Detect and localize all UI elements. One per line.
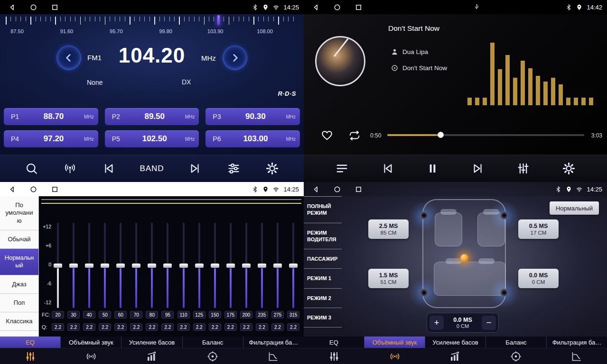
band-button[interactable]: BAND xyxy=(140,164,164,173)
delay-decrease-button[interactable]: − xyxy=(482,316,496,330)
eq-preset-item-5[interactable]: Поп xyxy=(0,294,38,312)
eq-band-slider-125[interactable] xyxy=(195,223,204,308)
preset-button-p1[interactable]: P188.70MHz xyxy=(4,108,98,125)
listening-position-marker[interactable] xyxy=(460,254,468,262)
preset-button-p3[interactable]: P390.30MHz xyxy=(205,108,300,125)
eq-preset-item-3[interactable]: Нормальный xyxy=(0,249,38,275)
slider-handle[interactable] xyxy=(195,264,204,268)
settings-gear-icon[interactable] xyxy=(265,162,279,175)
bass-boost-tab-icon[interactable] xyxy=(121,351,182,362)
slider-handle[interactable] xyxy=(226,264,235,268)
balance-tab-icon[interactable] xyxy=(182,351,243,362)
balance-tab-icon[interactable] xyxy=(486,351,546,362)
eq-band-slider-150[interactable] xyxy=(210,223,220,308)
mode-item-4[interactable]: РЕЖИМ 1 xyxy=(304,269,342,288)
recents-icon[interactable] xyxy=(51,186,58,193)
back-icon[interactable] xyxy=(9,186,16,193)
slider-handle[interactable] xyxy=(54,264,62,268)
mode-item-1[interactable]: ПОЛНЫЙ РЕЖИМ xyxy=(304,197,342,223)
filter-tab-icon[interactable] xyxy=(546,351,607,362)
eq-band-slider-30[interactable] xyxy=(69,223,78,308)
seek-bar-thumb[interactable] xyxy=(438,132,444,138)
filter-tab-icon[interactable] xyxy=(243,351,304,362)
mixer-icon[interactable] xyxy=(516,162,530,175)
back-icon[interactable] xyxy=(312,186,319,193)
profile-button[interactable]: Нормальный xyxy=(550,201,599,215)
home-icon[interactable] xyxy=(334,4,341,11)
recents-icon[interactable] xyxy=(355,186,362,193)
eq-band-slider-20[interactable] xyxy=(53,223,63,308)
mode-item-3[interactable]: ПАССАЖИР xyxy=(304,249,342,269)
mode-item-2[interactable]: РЕЖИМ ВОДИТЕЛЯ xyxy=(304,223,342,250)
eq-band-slider-70[interactable] xyxy=(131,223,141,308)
pause-icon[interactable] xyxy=(426,162,439,175)
next-track-icon[interactable] xyxy=(471,162,485,175)
preset-button-p2[interactable]: P289.50MHz xyxy=(105,108,199,125)
slider-handle[interactable] xyxy=(289,264,298,268)
eq-tab-icon[interactable] xyxy=(0,351,61,362)
slider-handle[interactable] xyxy=(69,264,78,268)
eq-band-slider-60[interactable] xyxy=(116,223,125,308)
back-icon[interactable] xyxy=(9,4,16,11)
settings-gear-icon[interactable] xyxy=(562,162,576,175)
delay-increase-button[interactable]: + xyxy=(430,316,444,330)
eq-band-slider-110[interactable] xyxy=(179,223,188,308)
slider-handle[interactable] xyxy=(148,264,156,268)
broadcast-icon[interactable] xyxy=(63,162,77,175)
tab-eq[interactable]: EQ xyxy=(0,337,61,348)
tab-filter[interactable]: Фильтрация ба… xyxy=(547,337,607,348)
tab-surround-sound[interactable]: Объёмный звук xyxy=(364,337,425,348)
slider-handle[interactable] xyxy=(163,264,172,268)
preset-button-p6[interactable]: P6103.00MHz xyxy=(205,130,300,147)
eq-preset-item-6[interactable]: Классика xyxy=(0,312,38,331)
preset-button-p4[interactable]: P497.20MHz xyxy=(4,130,98,147)
home-icon[interactable] xyxy=(30,4,37,11)
tune-up-button[interactable] xyxy=(223,46,247,70)
slider-handle[interactable] xyxy=(116,264,125,268)
slider-handle[interactable] xyxy=(258,264,266,268)
tune-down-button[interactable] xyxy=(56,46,81,70)
eq-band-slider-200[interactable] xyxy=(242,223,251,308)
eq-band-slider-40[interactable] xyxy=(84,223,94,308)
tab-filter[interactable]: Фильтрация ба… xyxy=(243,337,304,348)
eq-band-slider-80[interactable] xyxy=(147,223,157,308)
playlist-icon[interactable] xyxy=(335,162,349,175)
delay-front-right-button[interactable]: 0.5 MS 17 CM xyxy=(518,219,559,239)
home-icon[interactable] xyxy=(334,186,341,193)
delay-rear-left-button[interactable]: 1.5 MS 51 CM xyxy=(368,269,409,288)
bass-boost-tab-icon[interactable] xyxy=(425,351,486,362)
slider-handle[interactable] xyxy=(273,264,282,268)
eq-band-slider-235[interactable] xyxy=(257,223,267,308)
favorite-heart-icon[interactable] xyxy=(321,129,333,141)
audio-sliders-icon[interactable] xyxy=(227,162,241,175)
eq-band-slider-275[interactable] xyxy=(273,223,282,308)
tab-balance[interactable]: Баланс xyxy=(183,337,243,348)
search-icon[interactable] xyxy=(25,162,38,175)
slider-handle[interactable] xyxy=(132,264,140,268)
eq-preset-item-4[interactable]: Джаз xyxy=(0,275,38,294)
surround-sound-tab-icon[interactable] xyxy=(61,351,121,362)
back-icon[interactable] xyxy=(312,4,319,11)
eq-tab-icon[interactable] xyxy=(304,351,364,362)
delay-front-left-button[interactable]: 2.5 MS 85 CM xyxy=(368,219,409,239)
eq-preset-item-1[interactable]: По умолчанию xyxy=(0,196,38,230)
mode-item-5[interactable]: РЕЖИМ 2 xyxy=(304,289,342,308)
home-icon[interactable] xyxy=(30,186,37,193)
repeat-icon[interactable] xyxy=(348,129,361,142)
eq-preset-item-2[interactable]: Обычай xyxy=(0,230,38,249)
tab-eq[interactable]: EQ xyxy=(304,337,364,348)
preset-button-p5[interactable]: P5102.50MHz xyxy=(105,130,199,147)
eq-band-slider-315[interactable] xyxy=(289,223,298,308)
slider-handle[interactable] xyxy=(242,264,251,268)
eq-band-slider-95[interactable] xyxy=(163,223,172,308)
surround-sound-tab-icon[interactable] xyxy=(364,351,425,362)
slider-handle[interactable] xyxy=(85,264,93,268)
slider-handle[interactable] xyxy=(101,264,109,268)
tab-bass-boost[interactable]: Усиление басов xyxy=(425,337,486,348)
delay-rear-right-button[interactable]: 0.0 MS 0 CM xyxy=(518,269,559,288)
eq-band-slider-175[interactable] xyxy=(226,223,235,308)
tab-balance[interactable]: Баланс xyxy=(486,337,547,348)
previous-track-icon[interactable] xyxy=(381,162,394,175)
seek-bar[interactable] xyxy=(387,134,584,136)
mode-item-6[interactable]: РЕЖИМ 3 xyxy=(304,308,342,328)
